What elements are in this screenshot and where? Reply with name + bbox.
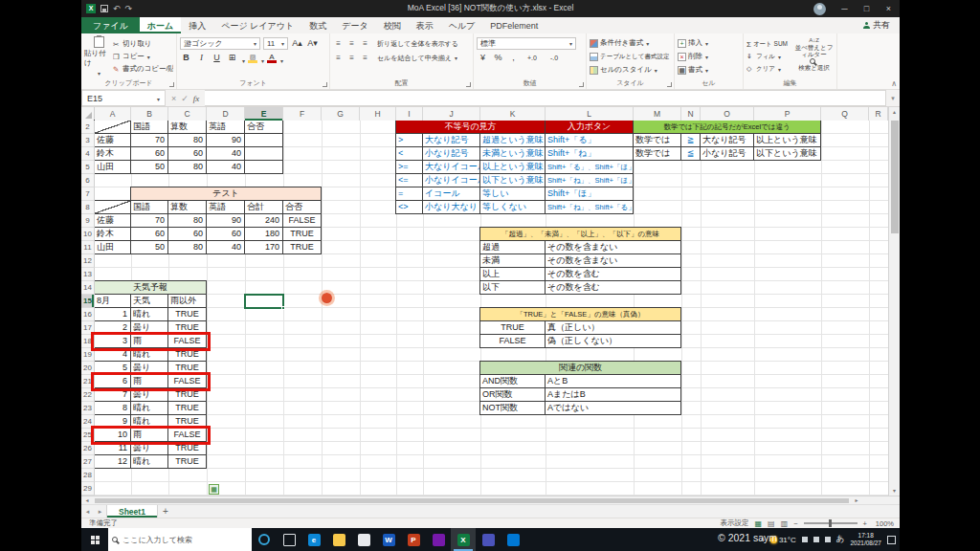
display-settings-button[interactable]: 表示設定 (721, 518, 749, 528)
cell-D9[interactable]: 90 (206, 213, 245, 228)
sheet-tab-sheet1[interactable]: Sheet1 (106, 505, 158, 518)
cut-button[interactable]: ✂切り取り (113, 38, 173, 50)
cell-J6[interactable]: 小なりイコール (422, 173, 480, 187)
cell-B16[interactable]: 晴れ (130, 307, 168, 321)
cell-E9[interactable]: 240 (244, 213, 283, 228)
cell-L6[interactable]: Shift+「ね」、Shift+「ほ」 (545, 173, 634, 187)
align-bottom-icon[interactable]: ≡ (360, 39, 370, 48)
taskbar-app-task-view[interactable] (277, 528, 301, 551)
align-center-icon[interactable]: ≡ (346, 54, 357, 62)
column-header-R[interactable]: R (869, 107, 888, 121)
ribbon-tab-pdfelement[interactable]: PDFelement (482, 17, 546, 33)
row-header-16[interactable]: 16 (81, 308, 95, 321)
column-header-L[interactable]: L (546, 107, 634, 121)
dialog-launcher-icon[interactable] (169, 82, 174, 87)
conditional-formatting-button[interactable]: 条件付き書式 (590, 36, 671, 50)
column-header-O[interactable]: O (701, 107, 754, 121)
fill-button[interactable]: ⇓フィル (746, 51, 792, 62)
cell-M3[interactable]: 数学では (633, 133, 681, 147)
font-size-select[interactable]: 11 (263, 37, 288, 50)
vertical-scrollbar[interactable]: ▴ ▾ (888, 107, 900, 496)
horizontal-scrollbar[interactable]: ◂ ▸ (81, 496, 900, 504)
cell-C2[interactable]: 算数 (167, 120, 207, 134)
cell-A23[interactable]: 8 (94, 401, 131, 415)
row-header-8[interactable]: 8 (81, 201, 95, 214)
horizontal-scroll-thumb[interactable] (95, 498, 849, 503)
cell-L7[interactable]: Shift+「ほ」 (545, 187, 634, 201)
cell-K17[interactable]: TRUE (479, 320, 546, 335)
bold-button[interactable]: B (180, 52, 192, 64)
ribbon-tab-formulas[interactable]: 数式 (301, 17, 334, 33)
cell-L18[interactable]: 偽（正しくない） (545, 334, 681, 348)
format-cells-button[interactable]: ▦書式 (678, 63, 740, 77)
cell-D11[interactable]: 40 (206, 240, 245, 254)
taskbar-app-onenote[interactable] (426, 528, 451, 551)
cell-A16[interactable]: 1 (94, 307, 131, 321)
cell-C10[interactable]: 60 (167, 227, 207, 241)
cell-K23[interactable]: NOT関数 (479, 401, 546, 415)
cell-F8[interactable]: 合否 (282, 200, 322, 214)
new-sheet-button[interactable]: + (158, 505, 173, 518)
start-button[interactable] (81, 528, 108, 551)
clear-button[interactable]: ◇クリア (746, 63, 792, 75)
cell-L13[interactable]: その数を含む (545, 267, 681, 281)
cell-K7[interactable]: 等しい (479, 187, 546, 201)
cell-L5[interactable]: Shift+「る」、Shift+「ほ」 (545, 160, 634, 174)
cell-P4[interactable]: 以下という意味 (753, 146, 821, 161)
cell-A11[interactable]: 山田 (94, 240, 131, 254)
align-middle-icon[interactable]: ≡ (346, 39, 357, 48)
cell-A10[interactable]: 鈴木 (94, 227, 131, 241)
row-header-4[interactable]: 4 (81, 147, 95, 161)
cell-K13[interactable]: 以上 (479, 267, 546, 281)
cell-K21[interactable]: AND関数 (479, 374, 546, 388)
column-header-E[interactable]: E (245, 107, 283, 121)
row-header-5[interactable]: 5 (81, 161, 95, 174)
ribbon-tab-home[interactable]: ホーム (140, 17, 181, 33)
taskbar-app-powerpoint[interactable]: P (401, 528, 426, 551)
formula-bar-expand-icon[interactable]: ▾ (886, 90, 900, 106)
cell-B15[interactable]: 天気 (130, 294, 168, 308)
delete-cells-button[interactable]: ×削除 (678, 50, 740, 63)
zoom-slider-thumb[interactable] (829, 519, 832, 527)
ribbon-tab-file[interactable]: ファイル (81, 17, 140, 33)
cell-L23[interactable]: Aではない (545, 401, 681, 415)
cell-P3[interactable]: 以上という意味 (753, 133, 821, 147)
row-header-6[interactable]: 6 (81, 174, 95, 187)
taskbar-app-edge[interactable]: e (301, 528, 326, 551)
taskbar-app-cortana[interactable] (252, 528, 277, 551)
cell-D4[interactable]: 40 (206, 146, 245, 161)
column-header-D[interactable]: D (207, 107, 245, 121)
cell-A14[interactable]: 天気予報 (94, 280, 207, 295)
dialog-launcher-icon[interactable] (466, 82, 471, 87)
percent-style-button[interactable]: % (492, 52, 504, 64)
fill-color-button[interactable]: ▨ (248, 54, 257, 63)
cell-K20[interactable]: 関連の関数 (479, 361, 681, 375)
cell-C15[interactable]: 雨以外 (167, 294, 207, 308)
collapse-ribbon-icon[interactable]: ∧ (891, 79, 897, 88)
cell-D2[interactable]: 英語 (206, 120, 245, 134)
decrease-font-icon[interactable]: A▾ (306, 37, 319, 50)
battery-icon[interactable] (825, 537, 831, 542)
cell-A15[interactable]: 8月 (94, 294, 131, 308)
cell-L3[interactable]: Shift+「る」 (545, 133, 634, 147)
vertical-scroll-thumb[interactable] (891, 121, 899, 233)
row-header-27[interactable]: 27 (81, 455, 95, 469)
cell-L11[interactable]: その数を含まない (545, 240, 681, 254)
cell-K6[interactable]: 以下という意味 (479, 173, 546, 187)
cell-O3[interactable]: 大なり記号 (700, 133, 754, 147)
cell-D10[interactable]: 60 (206, 227, 245, 241)
zoom-slider[interactable] (804, 522, 858, 524)
cancel-icon[interactable]: × (171, 94, 176, 103)
cell-A8[interactable] (94, 200, 131, 214)
zoom-level[interactable]: 100% (873, 519, 894, 528)
share-button[interactable]: 共有 (854, 17, 900, 33)
cell-F10[interactable]: TRUE (282, 227, 322, 241)
cell-B8[interactable]: 国語 (130, 200, 168, 214)
minimize-button[interactable]: ─ (834, 0, 856, 17)
cell-K12[interactable]: 未満 (479, 253, 546, 268)
cell-J5[interactable]: 大なりイコール (422, 160, 480, 174)
cell-E8[interactable]: 合計 (244, 200, 283, 214)
decrease-decimal-button[interactable]: -.0 (545, 52, 564, 64)
zoom-out-button[interactable]: − (793, 519, 797, 528)
row-header-10[interactable]: 10 (81, 228, 95, 241)
